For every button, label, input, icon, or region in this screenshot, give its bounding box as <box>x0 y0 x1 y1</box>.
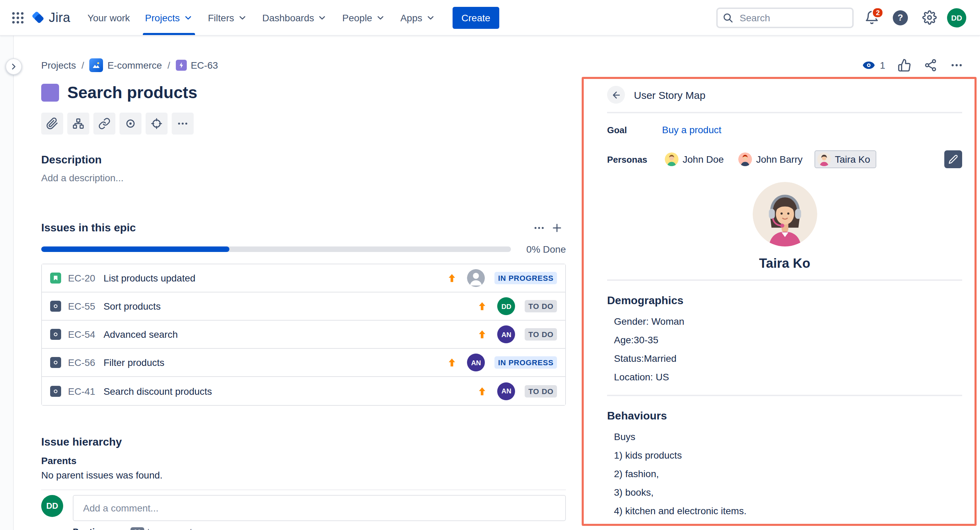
priority-high-icon <box>446 357 457 368</box>
persona-avatar <box>665 152 679 166</box>
chevron-right-icon <box>9 62 19 71</box>
gear-icon <box>922 10 936 25</box>
issue-key[interactable]: EC-54 <box>68 329 95 340</box>
behaviour-item: Buys items during sales, adds mutiple it… <box>614 520 962 526</box>
jira-logo[interactable]: Jira <box>29 10 76 25</box>
toolbar-more-button[interactable] <box>172 113 194 135</box>
search-icon <box>722 11 734 24</box>
issue-title[interactable]: Sort products <box>103 301 161 312</box>
status-badge[interactable]: TO DO <box>525 328 557 341</box>
description-heading: Description <box>41 154 566 166</box>
like-button[interactable] <box>897 58 911 72</box>
issue-key[interactable]: EC-55 <box>68 301 95 312</box>
nav-item-your-work[interactable]: Your work <box>80 0 138 35</box>
nav-item-projects[interactable]: Projects <box>137 0 200 35</box>
link-issue-button[interactable] <box>94 113 115 135</box>
epic-issues-more-button[interactable] <box>530 219 548 237</box>
breadcrumb-projects[interactable]: Projects <box>41 60 76 71</box>
help-button[interactable]: ? <box>889 6 911 29</box>
persona-chip-john-barry[interactable]: John Barry <box>735 150 809 168</box>
persona-chip-john-doe[interactable]: John Doe <box>662 150 730 168</box>
issue-row-ec-56[interactable]: EC-56 Filter products AN IN PROGRESS <box>42 349 565 377</box>
comment-composer: DD <box>41 495 566 521</box>
link-icon <box>98 117 111 130</box>
description-section: Description Add a description... <box>41 154 566 183</box>
persona-chips: John Doe John Barry Taira Ko <box>662 150 876 168</box>
nav-item-apps[interactable]: Apps <box>393 0 443 35</box>
issue-title[interactable]: Search discount products <box>103 386 212 397</box>
create-button[interactable]: Create <box>453 6 499 29</box>
assignee-avatar[interactable]: AN <box>467 354 485 371</box>
scope-button[interactable] <box>119 113 142 135</box>
demographic-item: Location: US <box>614 368 962 387</box>
personas-row: Personas John Doe John Barry <box>607 150 962 168</box>
status-badge[interactable]: IN PROGRESS <box>495 356 557 369</box>
status-badge[interactable]: TO DO <box>525 385 557 397</box>
epic-done-label: 0% Done <box>523 244 566 255</box>
breadcrumb: Projects / E-commerce / EC-63 <box>41 58 218 72</box>
demographics-heading: Demographics <box>607 295 962 307</box>
eye-icon <box>862 58 876 72</box>
assignee-avatar[interactable]: AN <box>498 325 515 343</box>
search-input[interactable] <box>716 7 854 28</box>
notifications-button[interactable]: 2 <box>861 6 883 29</box>
personas-label: Personas <box>607 154 662 164</box>
assignee-avatar[interactable]: DD <box>498 297 515 315</box>
breadcrumb-issue[interactable]: EC-63 <box>175 60 218 71</box>
user-avatar[interactable]: DD <box>947 8 966 27</box>
parents-label: Parents <box>41 455 566 466</box>
goal-link[interactable]: Buy a product <box>662 124 721 135</box>
persona-chip-taira-ko[interactable]: Taira Ko <box>814 150 876 168</box>
description-placeholder[interactable]: Add a description... <box>41 172 566 183</box>
status-badge[interactable]: TO DO <box>525 300 557 313</box>
unassigned-avatar[interactable] <box>467 269 485 287</box>
current-user-avatar: DD <box>41 495 63 517</box>
issue-type-icon <box>50 301 61 312</box>
goal-row: Goal Buy a product <box>607 124 962 135</box>
settings-button[interactable] <box>918 6 940 29</box>
nav-item-people[interactable]: People <box>335 0 393 35</box>
page-body: Projects / E-commerce / EC-63 <box>0 36 980 530</box>
attach-button[interactable] <box>41 113 63 135</box>
app-switcher-button[interactable] <box>7 6 29 29</box>
status-badge[interactable]: IN PROGRESS <box>495 272 557 284</box>
edit-personas-button[interactable] <box>944 150 962 168</box>
issue-title[interactable]: Advanced search <box>103 329 178 340</box>
behaviour-item: 2) fashion, <box>614 465 962 483</box>
nav-item-dashboards[interactable]: Dashboards <box>255 0 335 35</box>
add-issue-button[interactable] <box>548 219 566 237</box>
issue-key[interactable]: EC-20 <box>68 273 95 284</box>
breadcrumb-project[interactable]: E-commerce <box>90 58 162 72</box>
issue-title[interactable]: Filter products <box>103 357 164 368</box>
behaviour-item: 4) kitchen and electronic items. <box>614 502 962 520</box>
more-actions-button[interactable] <box>950 58 964 72</box>
watch-button[interactable]: 1 <box>862 58 885 72</box>
issue-header-actions: 1 <box>862 58 964 72</box>
panel-divider <box>607 395 962 396</box>
persona-avatar <box>738 152 752 166</box>
issue-key[interactable]: EC-41 <box>68 386 95 397</box>
issue-title[interactable]: List products updated <box>103 273 196 284</box>
issue-row-ec-55[interactable]: EC-55 Sort products DD TO DO <box>42 292 565 321</box>
epic-issues-header: Issues in this epic <box>41 219 566 237</box>
issue-type-icon <box>50 386 61 397</box>
nav-item-filters[interactable]: Filters <box>200 0 255 35</box>
navbar-right: 2 ? DD <box>716 6 966 29</box>
add-child-issue-button[interactable] <box>67 113 89 135</box>
plus-icon <box>551 222 563 234</box>
issue-key[interactable]: EC-56 <box>68 357 95 368</box>
demographics-list: Gender: Woman Age:30-35 Status:Married L… <box>607 313 962 387</box>
expand-sidebar-button[interactable] <box>5 58 22 75</box>
notification-badge: 2 <box>872 6 884 18</box>
panel-header: User Story Map <box>607 86 962 104</box>
assignee-avatar[interactable]: AN <box>498 382 515 400</box>
share-button[interactable] <box>924 58 937 72</box>
comment-input[interactable] <box>73 495 566 521</box>
issue-row-ec-54[interactable]: EC-54 Advanced search AN TO DO <box>42 321 565 349</box>
panel-back-button[interactable] <box>607 86 625 104</box>
issue-row-ec-20[interactable]: EC-20 List products updated IN PROGRESS <box>42 264 565 292</box>
crosshair-button[interactable] <box>146 113 167 135</box>
hierarchy-icon <box>72 117 84 130</box>
persona-portrait <box>752 182 817 246</box>
issue-row-ec-41[interactable]: EC-41 Search discount products AN TO DO <box>42 377 565 405</box>
